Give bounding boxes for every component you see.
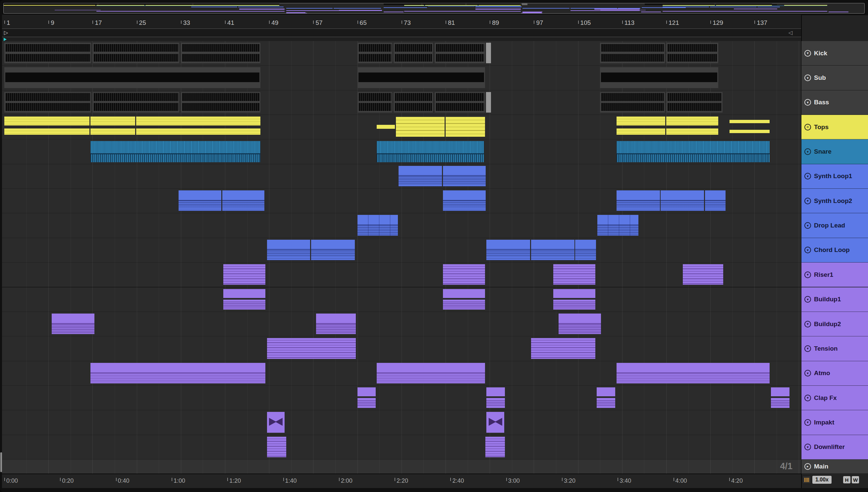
track-header-clap-fx[interactable]: ▾Clap Fx — [801, 386, 868, 410]
track-name: Impakt — [814, 419, 834, 426]
track-name: Kick — [814, 50, 827, 57]
fold-arrow-icon[interactable]: ▾ — [804, 296, 811, 303]
track-header-buildup2[interactable]: ▾Buildup2 — [801, 312, 868, 336]
track-name: Snare — [814, 148, 831, 155]
fold-arrow-icon[interactable]: ▾ — [804, 148, 811, 155]
waveform-icon — [804, 478, 809, 482]
track-name: Riser1 — [814, 271, 833, 278]
track-header-impakt[interactable]: ▾Impakt — [801, 410, 868, 435]
fold-arrow-icon[interactable]: ▾ — [804, 99, 811, 106]
track-headers: ▾Kick▾Sub▾Bass≡Tops▾Snare▾Synth Loop1▾Sy… — [0, 0, 868, 492]
track-name: Clap Fx — [814, 394, 837, 402]
fold-arrow-icon[interactable]: ▾ — [804, 247, 811, 253]
zoom-height-button[interactable]: H — [843, 476, 850, 484]
track-name: Buildup2 — [814, 320, 841, 328]
list-icon[interactable]: ≡ — [804, 124, 811, 130]
track-header-bass[interactable]: ▾Bass — [801, 90, 868, 115]
fold-arrow-icon[interactable]: ▾ — [804, 74, 811, 81]
fold-arrow-icon[interactable]: ▾ — [804, 50, 811, 57]
fold-arrow-icon[interactable]: ▾ — [804, 444, 811, 450]
track-name: Chord Loop — [814, 246, 850, 254]
track-header-buildup1[interactable]: ▾Buildup1 — [801, 287, 868, 312]
fold-arrow-icon[interactable]: ▾ — [804, 222, 811, 229]
track-header-kick[interactable]: ▾Kick — [801, 41, 868, 66]
arrangement-window: 191725334149576573818997105113121129137 … — [0, 0, 868, 492]
track-name: Main — [814, 463, 828, 470]
track-name: Tops — [814, 123, 828, 131]
fold-arrow-icon[interactable]: ▾ — [804, 370, 811, 376]
track-header-main[interactable]: ▸Main — [801, 460, 868, 474]
track-header-tension[interactable]: ▾Tension — [801, 336, 868, 361]
track-name: Drop Lead — [814, 222, 845, 229]
fold-arrow-icon[interactable]: ▾ — [804, 173, 811, 179]
track-name: Bass — [814, 99, 829, 106]
track-name: Synth Loop2 — [814, 197, 852, 205]
fold-arrow-icon[interactable]: ▾ — [804, 198, 811, 204]
time-ruler[interactable]: 0:000:200:401:001:201:402:002:202:403:00… — [2, 474, 801, 488]
track-header-synth-loop1[interactable]: ▾Synth Loop1 — [801, 164, 868, 189]
track-header-sub[interactable]: ▾Sub — [801, 66, 868, 90]
fold-arrow-icon[interactable]: ▾ — [804, 271, 811, 278]
vertical-scrollbar-thumb[interactable] — [0, 452, 2, 472]
track-header-synth-loop2[interactable]: ▾Synth Loop2 — [801, 189, 868, 213]
track-name: Atmo — [814, 369, 830, 377]
fold-arrow-icon[interactable]: ▾ — [804, 395, 811, 401]
playback-speed[interactable]: 1.00x — [812, 476, 831, 484]
zoom-width-button[interactable]: W — [852, 476, 859, 484]
track-header-riser1[interactable]: ▾Riser1 — [801, 263, 868, 287]
track-name: Synth Loop1 — [814, 172, 852, 180]
track-header-chord-loop[interactable]: ▾Chord Loop — [801, 238, 868, 263]
track-header-snare[interactable]: ▾Snare — [801, 140, 868, 164]
fold-arrow-icon[interactable]: ▾ — [804, 419, 811, 426]
fold-arrow-icon[interactable]: ▾ — [804, 321, 811, 327]
track-name: Buildup1 — [814, 296, 841, 303]
play-icon[interactable]: ▸ — [804, 463, 811, 470]
track-name: Sub — [814, 74, 826, 81]
track-name: Downlifter — [814, 443, 845, 451]
track-header-drop-lead[interactable]: ▾Drop Lead — [801, 213, 868, 238]
track-header-atmo[interactable]: ▾Atmo — [801, 361, 868, 386]
track-name: Tension — [814, 345, 838, 352]
fold-arrow-icon[interactable]: ▾ — [804, 345, 811, 352]
track-header-tops[interactable]: ≡Tops — [801, 115, 868, 140]
track-header-downlifter[interactable]: ▾Downlifter — [801, 435, 868, 460]
follow-button[interactable] — [802, 476, 811, 484]
